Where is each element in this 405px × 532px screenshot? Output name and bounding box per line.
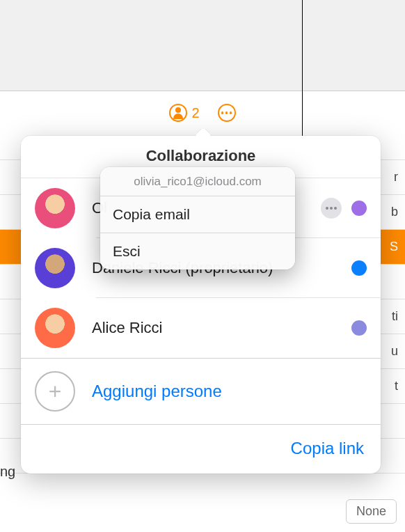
context-menu-exit[interactable]: Esci xyxy=(100,233,295,269)
color-indicator xyxy=(351,320,367,336)
avatar xyxy=(35,188,75,228)
context-menu-email: olivia_rico1@icloud.com xyxy=(100,167,295,196)
more-options-button[interactable] xyxy=(321,198,342,219)
color-indicator xyxy=(351,201,367,216)
context-menu: olivia_rico1@icloud.com Copia email Esci xyxy=(100,167,295,269)
copy-link-button[interactable]: Copia link xyxy=(291,439,364,458)
popover-arrow xyxy=(196,129,210,136)
bg-left-text: ng xyxy=(0,464,15,480)
add-people-row[interactable]: + Aggiungi persone xyxy=(21,358,381,425)
more-circle-icon[interactable] xyxy=(218,104,236,122)
context-menu-copy-email[interactable]: Copia email xyxy=(100,196,295,233)
collab-count: 2 xyxy=(191,105,199,121)
avatar xyxy=(35,308,75,348)
add-people-label: Aggiungi persone xyxy=(92,382,222,401)
popover-footer: Copia link xyxy=(21,425,381,474)
person-circle-icon xyxy=(169,104,187,122)
bg-dropdown[interactable]: None xyxy=(346,499,397,524)
participant-name: Alice Ricci xyxy=(92,319,351,337)
collaboration-button[interactable]: 2 xyxy=(169,104,199,122)
color-indicator xyxy=(351,260,367,276)
participant-row[interactable]: Alice Ricci xyxy=(21,298,381,358)
avatar xyxy=(35,248,75,288)
toolbar: 2 xyxy=(0,97,405,128)
plus-circle-icon: + xyxy=(35,371,75,412)
